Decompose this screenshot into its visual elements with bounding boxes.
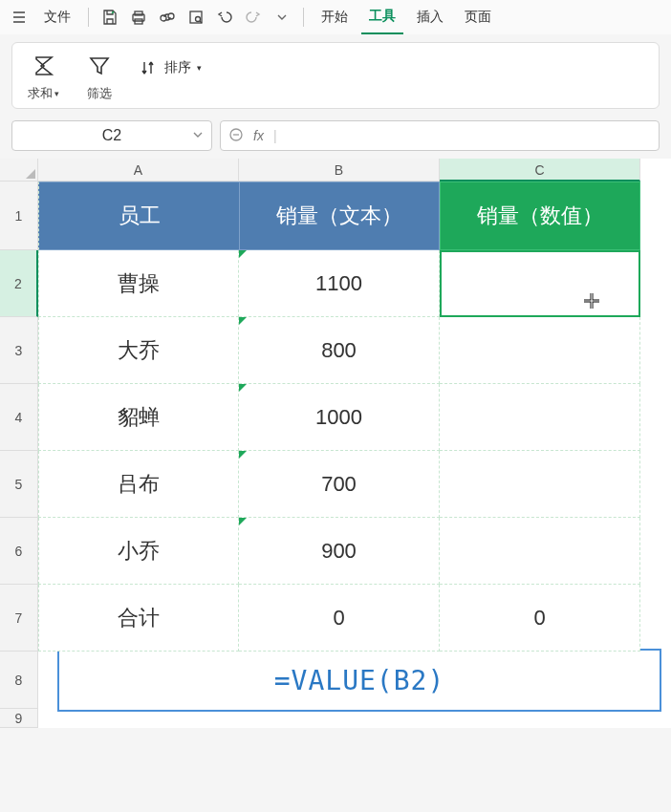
chevron-down-icon: ▾	[54, 89, 59, 98]
cancel-icon[interactable]	[228, 127, 244, 145]
save-icon[interactable]	[98, 6, 121, 29]
cell-a7[interactable]: 合计	[38, 585, 239, 652]
sort-button[interactable]: 排序 ▾	[140, 58, 202, 77]
spreadsheet-grid: A B C 1 员工 销量（文本） 销量（数值） 2 曹操 1100 3 大乔 …	[0, 159, 671, 728]
name-box[interactable]: C2	[11, 120, 212, 151]
row-header-6[interactable]: 6	[0, 518, 38, 585]
link-icon[interactable]	[156, 6, 179, 29]
row-header-7[interactable]: 7	[0, 585, 38, 652]
print-icon[interactable]	[127, 6, 150, 29]
namebox-row: C2 fx |	[0, 117, 671, 157]
filter-label: 筛选	[87, 85, 112, 102]
hamburger-icon[interactable]	[8, 6, 31, 29]
preview-icon[interactable]	[184, 6, 207, 29]
cell-c4[interactable]	[440, 384, 640, 451]
sum-label: 求和	[28, 85, 53, 102]
cell-b6[interactable]: 900	[239, 518, 440, 585]
row-header-9[interactable]: 9	[0, 709, 38, 728]
row-header-1[interactable]: 1	[0, 182, 38, 250]
chevron-down-icon: ▾	[197, 63, 202, 73]
row-header-3[interactable]: 3	[0, 317, 38, 384]
select-all-corner[interactable]	[0, 159, 38, 182]
name-box-value: C2	[102, 127, 121, 144]
sort-label: 排序	[164, 59, 191, 76]
formula-bar[interactable]: fx |	[220, 120, 660, 151]
divider	[303, 8, 304, 27]
cell-a6[interactable]: 小乔	[38, 518, 239, 585]
ribbon: 求和▾ 筛选 排序 ▾	[11, 42, 660, 109]
cell-c6[interactable]	[440, 518, 640, 585]
sum-button[interactable]: 求和▾	[28, 53, 59, 102]
svg-point-4	[168, 13, 174, 19]
column-header-a[interactable]: A	[38, 159, 239, 182]
file-menu[interactable]: 文件	[36, 0, 78, 34]
cursor-plus-icon	[583, 292, 600, 310]
cell-b7[interactable]: 0	[239, 585, 440, 652]
redo-icon[interactable]	[242, 6, 265, 29]
column-headers: A B C	[0, 159, 671, 182]
cell-b3[interactable]: 800	[239, 317, 440, 384]
menubar: 文件 开始 工具 插入 页面	[0, 0, 671, 34]
tab-page[interactable]: 页面	[457, 0, 499, 34]
chevron-down-icon[interactable]	[192, 127, 204, 144]
cell-c3[interactable]	[440, 317, 640, 384]
row-header-4[interactable]: 4	[0, 384, 38, 451]
tab-tools[interactable]: 工具	[361, 0, 403, 34]
formula-display-box: =VALUE(B2)	[57, 649, 661, 712]
formula-cursor: |	[273, 128, 277, 143]
formula-display-text: =VALUE(B2)	[274, 665, 445, 696]
tab-insert[interactable]: 插入	[409, 0, 451, 34]
cell-a5[interactable]: 吕布	[38, 451, 239, 518]
filter-button[interactable]: 筛选	[86, 53, 113, 102]
divider	[88, 8, 89, 27]
svg-point-3	[161, 15, 166, 21]
row-header-8[interactable]: 8	[0, 652, 38, 709]
column-header-c[interactable]: C	[440, 159, 640, 182]
cell-c1[interactable]: 销量（数值）	[440, 182, 640, 250]
undo-icon[interactable]	[213, 6, 236, 29]
cell-a4[interactable]: 貂蝉	[38, 384, 239, 451]
cell-a3[interactable]: 大乔	[38, 317, 239, 384]
cell-b2[interactable]: 1100	[239, 250, 440, 317]
more-dropdown-icon[interactable]	[271, 6, 293, 29]
cell-c2[interactable]	[440, 250, 640, 317]
svg-rect-1	[135, 11, 142, 15]
tab-start[interactable]: 开始	[314, 0, 356, 34]
cell-a2[interactable]: 曹操	[38, 250, 239, 317]
cell-a1[interactable]: 员工	[38, 182, 239, 250]
row-header-5[interactable]: 5	[0, 451, 38, 518]
cell-b1[interactable]: 销量（文本）	[239, 182, 440, 250]
cell-b5[interactable]: 700	[239, 451, 440, 518]
column-header-b[interactable]: B	[239, 159, 440, 182]
cell-b4[interactable]: 1000	[239, 384, 440, 451]
cell-c7[interactable]: 0	[440, 585, 640, 652]
row-header-2[interactable]: 2	[0, 250, 38, 317]
svg-point-6	[196, 17, 201, 22]
fx-icon[interactable]: fx	[253, 128, 264, 143]
cell-c5[interactable]	[440, 451, 640, 518]
